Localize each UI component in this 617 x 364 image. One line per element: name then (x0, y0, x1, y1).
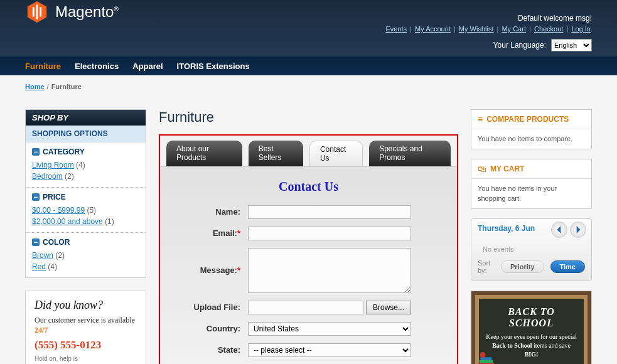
collapse-icon[interactable]: − (32, 238, 40, 246)
breadcrumb: Home/Furniture (0, 75, 617, 100)
link-my-cart[interactable]: My Cart (502, 25, 526, 33)
filter-price-0[interactable]: $0.00 - $999.99 (32, 206, 85, 215)
logo-text: Magento (55, 3, 114, 20)
shopping-options: SHOPPING OPTIONS (26, 126, 146, 142)
sort-time-button[interactable]: Time (550, 260, 585, 273)
link-my-account[interactable]: My Account (415, 25, 451, 33)
breadcrumb-current: Furniture (51, 83, 82, 90)
link-log-in[interactable]: Log In (571, 25, 591, 33)
promo-heading: BACK TO SCHOOL (485, 306, 577, 329)
my-cart-box: 🛍 MY CART You have no items in your shop… (471, 159, 592, 209)
nav-furniture[interactable]: Furniture (25, 62, 61, 71)
welcome-message: Default welcome msg! (518, 14, 592, 23)
contact-title: Contact Us (179, 179, 438, 194)
filter-price: PRICE (43, 193, 66, 201)
language-switcher: Your Language: English (493, 39, 592, 51)
filter-color: COLOR (43, 238, 70, 247)
tab-specials[interactable]: Specials and Promos (369, 141, 451, 166)
name-label: Name: (179, 205, 248, 217)
filter-living-room[interactable]: Living Room (32, 161, 74, 169)
browse-button[interactable]: Browse... (366, 301, 411, 314)
logo[interactable]: Magento® (25, 0, 119, 24)
calendar-next-button[interactable] (570, 222, 586, 238)
tabs: About our Products Best Sellers Contact … (160, 136, 457, 166)
language-label: Your Language: (493, 41, 546, 50)
collapse-icon[interactable]: − (32, 148, 40, 156)
collapse-icon[interactable]: − (32, 193, 40, 201)
state-select[interactable]: -- please select -- (248, 343, 411, 357)
sort-by-label: Sort by: (478, 259, 495, 274)
breadcrumb-home[interactable]: Home (25, 83, 45, 90)
phone-number: (555) 555-0123 (35, 339, 137, 351)
magento-icon (25, 0, 49, 24)
promo-banner[interactable]: BACK TO SCHOOL Keep your eyes open for o… (471, 291, 592, 364)
filter-red[interactable]: Red (32, 262, 46, 271)
tabbed-panel: About our Products Best Sellers Contact … (159, 134, 458, 364)
tab-best-sellers[interactable]: Best Sellers (249, 141, 303, 166)
tab-contact-us[interactable]: Contact Us (309, 141, 363, 166)
upload-path[interactable] (248, 301, 363, 314)
compare-empty: You have no items to compare. (471, 129, 591, 149)
filter-price-1[interactable]: $2,000.00 and above (32, 217, 103, 226)
compare-products-box: ≡ COMPARE PRODUCTS You have no items to … (471, 109, 592, 149)
page-title: Furniture (159, 109, 458, 126)
compare-icon: ≡ (478, 114, 483, 124)
compare-title: COMPARE PRODUCTS (486, 115, 569, 124)
svg-rect-1 (480, 360, 493, 363)
filter-brown[interactable]: Brown (32, 251, 53, 260)
did-you-know: Did you know? Our customer service is av… (25, 291, 146, 364)
cart-empty: You have no items in your shopping cart. (471, 179, 591, 208)
cart-title: MY CART (490, 164, 524, 173)
country-select[interactable]: United States (248, 322, 411, 336)
country-label: Country: (179, 322, 248, 333)
email-label: Email:* (179, 227, 248, 238)
header: Magento® Default welcome msg! Events | M… (0, 0, 617, 56)
upload-label: Upload File: (179, 301, 248, 312)
email-field[interactable] (248, 227, 411, 240)
shop-by: SHOP BY SHOPPING OPTIONS −CATEGORY Livin… (25, 109, 146, 278)
nav-electronics[interactable]: Electronics (75, 62, 119, 71)
tab-about[interactable]: About our Products (166, 141, 242, 166)
name-field[interactable] (248, 205, 411, 219)
cart-icon: 🛍 (478, 164, 486, 174)
message-field[interactable] (248, 248, 411, 293)
link-events[interactable]: Events (385, 25, 407, 33)
svg-point-3 (480, 352, 486, 358)
shop-by-header: SHOP BY (26, 110, 146, 126)
filter-category: CATEGORY (43, 147, 85, 156)
state-label: State: (179, 343, 248, 355)
message-label: Message:* (179, 248, 248, 275)
did-you-know-heading: Did you know? (35, 299, 137, 312)
calendar-prev-button[interactable] (551, 222, 567, 238)
link-checkout[interactable]: Checkout (534, 25, 563, 33)
nav-itoris[interactable]: ITORIS Extensions (177, 62, 250, 71)
link-my-wishlist[interactable]: My Wishlist (459, 25, 494, 33)
top-links: Events | My Account | My Wishlist | My C… (384, 25, 592, 33)
no-events: No events (478, 245, 585, 253)
books-icon (477, 347, 500, 364)
nav-apparel[interactable]: Apparel (132, 62, 163, 71)
language-select[interactable]: English (551, 39, 592, 51)
filter-bedroom[interactable]: Bedroom (32, 172, 63, 181)
main-nav: Furniture Electronics Apparel ITORIS Ext… (0, 56, 617, 75)
sort-priority-button[interactable]: Priority (501, 260, 544, 273)
calendar-widget: Thursday, 6 Jun No events Sort by: Prior… (471, 218, 592, 281)
